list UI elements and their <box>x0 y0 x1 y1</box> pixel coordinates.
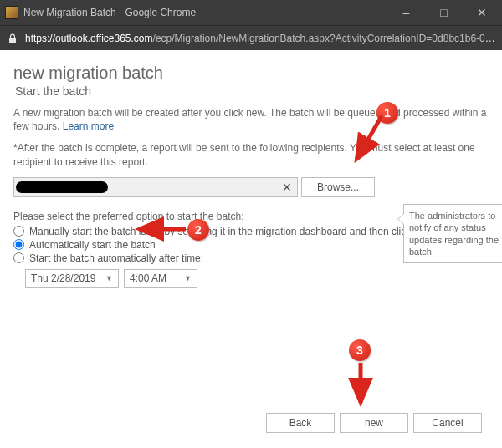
radio-manual-input[interactable] <box>13 226 24 237</box>
intro-paragraph: A new migration batch will be created af… <box>13 106 489 133</box>
address-bar[interactable]: https://outlook.office365.com/ecp/Migrat… <box>0 25 502 50</box>
browse-callout: The administrators to notify of any stat… <box>403 204 502 263</box>
radio-scheduled-label: Start the batch automatically after time… <box>29 252 203 264</box>
window-maximize-button[interactable]: □ <box>425 0 463 25</box>
annotation-arrow-3 <box>348 361 373 410</box>
clear-icon[interactable]: ✕ <box>282 181 292 194</box>
radio-scheduled-input[interactable] <box>13 252 24 263</box>
window-title: New Migration Batch - Google Chrome <box>23 7 387 18</box>
radio-auto-label: Automatically start the batch <box>29 239 156 251</box>
recipient-input[interactable]: ✕ <box>13 177 298 197</box>
url-text: https://outlook.office365.com/ecp/Migrat… <box>25 33 495 44</box>
redacted-recipient <box>16 181 108 193</box>
window-titlebar: New Migration Batch - Google Chrome – □ … <box>0 0 502 25</box>
chevron-down-icon: ▼ <box>184 274 192 283</box>
recipient-row: ✕ Browse... <box>13 177 489 197</box>
time-value: 4:00 AM <box>130 272 166 284</box>
url-path: /ecp/Migration/NewMigrationBatch.aspx?Ac… <box>153 33 495 44</box>
radio-manual-label: Manually start the batch later (by selec… <box>29 226 452 237</box>
wizard-footer: Back new Cancel <box>266 413 482 433</box>
new-button[interactable]: new <box>340 413 408 433</box>
datetime-row: Thu 2/28/2019 ▼ 4:00 AM ▼ <box>25 269 489 288</box>
annotation-badge-3: 3 <box>349 339 371 361</box>
url-host: https://outlook.office365.com <box>25 33 153 44</box>
lock-icon <box>7 33 18 44</box>
annotation-badge-2: 2 <box>187 219 209 241</box>
date-value: Thu 2/28/2019 <box>31 272 95 284</box>
app-icon <box>5 6 18 19</box>
window-close-button[interactable]: ✕ <box>463 0 500 25</box>
time-dropdown[interactable]: 4:00 AM ▼ <box>124 269 197 288</box>
chevron-down-icon: ▼ <box>105 274 113 283</box>
page-subheading: Start the batch <box>15 84 489 98</box>
page-content: new migration batch Start the batch A ne… <box>0 50 502 448</box>
report-paragraph: *After the batch is complete, a report w… <box>13 141 489 168</box>
learn-more-link[interactable]: Learn more <box>63 120 114 132</box>
back-button[interactable]: Back <box>266 413 335 433</box>
page-heading: new migration batch <box>13 64 489 83</box>
window-minimize-button[interactable]: – <box>387 0 425 25</box>
cancel-button[interactable]: Cancel <box>413 413 482 433</box>
date-dropdown[interactable]: Thu 2/28/2019 ▼ <box>25 269 119 288</box>
annotation-badge-1: 1 <box>376 102 398 124</box>
radio-auto-input[interactable] <box>13 239 24 250</box>
browse-button[interactable]: Browse... <box>301 177 375 197</box>
